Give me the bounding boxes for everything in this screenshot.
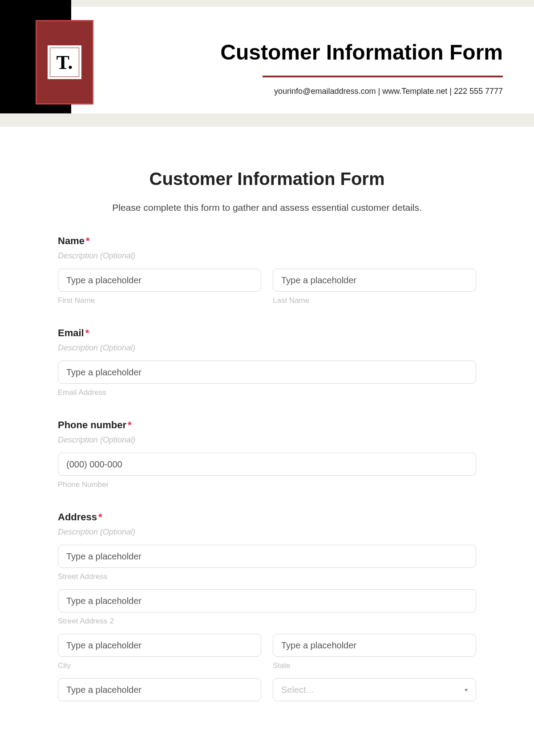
state-sublabel: State: [273, 661, 476, 670]
field-phone-label: Phone number*: [58, 419, 476, 431]
banner-bottom-strip: [0, 113, 534, 127]
field-email: Email* Description (Optional) Email Addr…: [58, 327, 476, 397]
label-text: Address: [58, 511, 97, 523]
label-text: Email: [58, 327, 84, 338]
first-name-sublabel: First Name: [58, 296, 261, 305]
logo: T.: [36, 20, 93, 105]
form-title: Customer Information Form: [58, 169, 476, 189]
first-name-input[interactable]: [58, 269, 261, 292]
form-subtitle: Please complete this form to gather and …: [58, 202, 476, 213]
country-select-placeholder: Select...: [281, 685, 313, 695]
field-address-desc: Description (Optional): [58, 527, 476, 537]
state-input[interactable]: [273, 634, 476, 657]
email-sublabel: Email Address: [58, 388, 476, 397]
field-email-label: Email*: [58, 327, 476, 339]
last-name-input[interactable]: [273, 269, 476, 292]
field-name-desc: Description (Optional): [58, 251, 476, 261]
field-name-label: Name*: [58, 235, 476, 247]
page: T. Customer Information Form yourinfo@em…: [0, 0, 534, 719]
required-mark: *: [128, 419, 132, 430]
field-address: Address* Description (Optional) Street A…: [58, 511, 476, 701]
chevron-down-icon: ▾: [465, 686, 468, 693]
last-name-sublabel: Last Name: [273, 296, 476, 305]
street2-input[interactable]: [58, 589, 476, 612]
label-text: Phone number: [58, 419, 126, 430]
logo-inner: T.: [47, 44, 82, 80]
email-input[interactable]: [58, 361, 476, 384]
street-sublabel: Street Address: [58, 572, 476, 581]
banner-top-strip: [0, 0, 534, 7]
label-text: Name: [58, 235, 85, 246]
field-phone-desc: Description (Optional): [58, 435, 476, 445]
field-address-label: Address*: [58, 511, 476, 523]
street-input[interactable]: [58, 545, 476, 568]
phone-sublabel: Phone Number: [58, 480, 476, 489]
header-banner: T. Customer Information Form yourinfo@em…: [0, 0, 534, 125]
field-name: Name* Description (Optional) First Name …: [58, 235, 476, 305]
required-mark: *: [98, 511, 102, 523]
city-sublabel: City: [58, 661, 261, 670]
country-select[interactable]: Select... ▾: [273, 678, 476, 701]
field-phone: Phone number* Description (Optional) Pho…: [58, 419, 476, 489]
form-body: Customer Information Form Please complet…: [0, 125, 534, 719]
logo-letter: T.: [56, 51, 73, 74]
banner-contact: yourinfo@emailaddress.com | www.Template…: [274, 87, 503, 96]
field-email-desc: Description (Optional): [58, 343, 476, 353]
required-mark: *: [86, 235, 90, 246]
banner-title: Customer Information Form: [220, 40, 503, 64]
zip-input[interactable]: [58, 678, 261, 701]
banner-underline: [263, 76, 503, 77]
street2-sublabel: Street Address 2: [58, 617, 476, 626]
city-input[interactable]: [58, 634, 261, 657]
required-mark: *: [85, 327, 89, 338]
phone-input[interactable]: [58, 453, 476, 476]
